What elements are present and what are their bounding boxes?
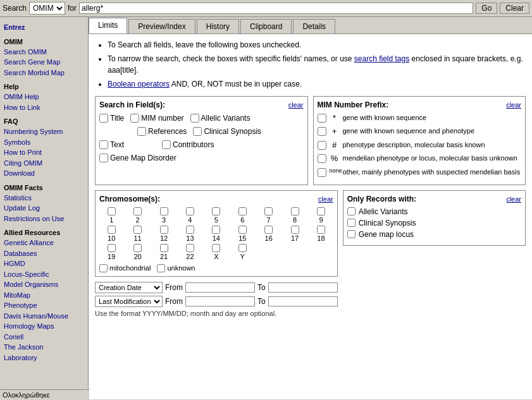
chr-22-checkbox[interactable]	[186, 244, 194, 252]
tab-preview-index[interactable]: Preview/Index	[128, 19, 195, 33]
chr-X-checkbox[interactable]	[212, 244, 220, 252]
chr-11-checkbox[interactable]	[133, 226, 142, 234]
sidebar-item-davis[interactable]: Davis Human/Mouse	[4, 311, 84, 322]
field-contributors-checkbox[interactable]	[162, 140, 171, 149]
field-clinical-synopsis-top-checkbox[interactable]	[193, 127, 202, 136]
sidebar-item-numbering-system[interactable]: Numbering System	[4, 126, 84, 137]
only-records-clinical-checkbox[interactable]	[347, 219, 356, 227]
go-button[interactable]: Go	[476, 3, 497, 14]
sidebar-item-hgmd[interactable]: HGMD	[4, 258, 84, 269]
sidebar-item-databases[interactable]: Databases	[4, 248, 84, 259]
sidebar-item-homology-maps[interactable]: Homology Maps	[4, 321, 84, 332]
sidebar-item-jackson[interactable]: The Jackson	[4, 342, 84, 353]
sidebar-item-search-morbid-map[interactable]: Search Morbid Map	[4, 68, 84, 78]
modification-date-from-input[interactable]	[185, 296, 255, 306]
mim-percent-checkbox[interactable]	[318, 154, 326, 163]
only-records-allelic-checkbox[interactable]	[347, 207, 356, 215]
boolean-operators-link[interactable]: Boolean operators	[108, 80, 170, 88]
only-records-gene-map-checkbox[interactable]	[347, 230, 356, 238]
chr-2-checkbox[interactable]	[133, 207, 142, 215]
chr-mitochondrial-checkbox[interactable]	[99, 264, 108, 272]
chromosomes-clear[interactable]: clear	[318, 195, 333, 203]
status-text: Ολοκληρώθηκε	[3, 391, 50, 399]
search-fields-clear[interactable]: clear	[288, 101, 304, 109]
chr-2: 2	[125, 207, 149, 224]
sidebar-item-download[interactable]: Download	[4, 168, 84, 179]
search-field-tags-link[interactable]: search field tags	[354, 54, 409, 63]
chr-8-checkbox[interactable]	[291, 207, 299, 215]
chr-10-checkbox[interactable]	[108, 226, 116, 234]
modification-date-select[interactable]: Creation Date Last Modification	[95, 296, 163, 307]
search-fields-header: Search in Field(s): clear	[99, 100, 304, 109]
tab-details[interactable]: Details	[293, 19, 335, 33]
sidebar-item-search-gene-map[interactable]: Search Gene Map	[4, 57, 84, 68]
chr-9-checkbox[interactable]	[317, 207, 325, 215]
sidebar-item-how-to-print[interactable]: How to Print	[4, 147, 84, 158]
field-gene-map-disorder-checkbox[interactable]	[99, 154, 108, 162]
sidebar-item-symbols[interactable]: Symbols	[4, 137, 84, 148]
tab-history[interactable]: History	[197, 19, 239, 33]
field-title-checkbox[interactable]	[99, 114, 108, 123]
chr-6-checkbox[interactable]	[238, 207, 247, 215]
field-references-checkbox[interactable]	[137, 127, 146, 136]
modification-date-to-input[interactable]	[268, 296, 338, 306]
query-input[interactable]	[79, 3, 473, 14]
chr-21-checkbox[interactable]	[160, 244, 168, 252]
sidebar-item-genetic-alliance[interactable]: Genetic Alliance	[4, 238, 84, 248]
sidebar-item-mitomap[interactable]: MitoMap	[4, 290, 84, 301]
clear-button[interactable]: Clear	[500, 3, 529, 14]
only-records-gene-map: Gene map locus	[347, 230, 521, 239]
sidebar-item-citing-omim[interactable]: Citing OMIM	[4, 158, 84, 169]
sidebar-item-model-organisms[interactable]: Model Organisms	[4, 279, 84, 290]
chr-5-checkbox[interactable]	[212, 207, 220, 215]
chr-4-checkbox[interactable]	[186, 207, 194, 215]
sidebar-item-search-omim[interactable]: Search OMIM	[4, 47, 84, 58]
chr-Y-checkbox[interactable]	[238, 244, 247, 252]
chr-17-checkbox[interactable]	[291, 226, 299, 234]
field-mim-number-checkbox[interactable]	[130, 114, 139, 123]
bottom-panels: Chromosome(s): clear 1 2 3 4 5 6 7 8	[95, 190, 526, 317]
chr-13-checkbox[interactable]	[186, 226, 194, 234]
only-records-gene-map-label: Gene map locus	[359, 230, 414, 239]
chr-16-checkbox[interactable]	[264, 226, 273, 234]
mim-star-checkbox[interactable]	[318, 114, 326, 123]
chr-20-checkbox[interactable]	[133, 244, 142, 252]
only-records-clear[interactable]: clear	[506, 195, 521, 203]
creation-date-to-input[interactable]	[268, 282, 338, 293]
creation-date-from-input[interactable]	[185, 282, 255, 293]
chr-1-checkbox[interactable]	[108, 207, 116, 215]
chr-3: 3	[152, 207, 176, 224]
tab-clipboard[interactable]: Clipboard	[240, 19, 292, 33]
sidebar-item-restrictions[interactable]: Restrictions on Use	[4, 214, 84, 224]
sidebar-item-update-log[interactable]: Update Log	[4, 203, 84, 214]
sidebar-item-phenotype[interactable]: Phenotype	[4, 300, 84, 311]
field-allelic-variants-checkbox[interactable]	[190, 114, 199, 123]
search-select[interactable]: OMIM	[29, 2, 65, 15]
mim-hash-checkbox[interactable]	[318, 141, 326, 150]
chr-18-checkbox[interactable]	[317, 226, 325, 234]
chr-unknown-checkbox[interactable]	[157, 264, 165, 272]
mim-prefix-clear[interactable]: clear	[506, 101, 521, 109]
creation-date-select[interactable]: Creation Date Last Modification	[95, 282, 163, 293]
sidebar-item-how-to-link[interactable]: How to Link	[4, 102, 84, 113]
chr-3-checkbox[interactable]	[160, 207, 168, 215]
chr-7-checkbox[interactable]	[264, 207, 273, 215]
sidebar-item-locus-specific[interactable]: Locus-Specific	[4, 269, 84, 280]
mim-none-checkbox[interactable]	[318, 168, 326, 177]
sidebar-item-laboratory[interactable]: Laboratory	[4, 353, 84, 363]
sidebar-item-entrez[interactable]: Entrez	[4, 22, 84, 33]
mim-prefix-title: MIM Number Prefix:	[318, 100, 389, 109]
chr-14-checkbox[interactable]	[212, 226, 220, 234]
tab-limits[interactable]: Limits	[89, 18, 127, 33]
mim-plus-checkbox[interactable]	[318, 127, 326, 136]
instructions: To Search all fields, leave the followin…	[95, 39, 526, 90]
chr-15-checkbox[interactable]	[238, 226, 247, 234]
sidebar-item-statistics[interactable]: Statistics	[4, 193, 84, 203]
sidebar-item-omim-help[interactable]: OMIM Help	[4, 92, 84, 102]
chr-19-checkbox[interactable]	[108, 244, 116, 252]
field-text-checkbox[interactable]	[99, 140, 108, 149]
chr-12-checkbox[interactable]	[160, 226, 168, 234]
sidebar-item-coriell[interactable]: Coriell	[4, 332, 84, 342]
mim-row-plus: + gene with known sequence and phenotype	[318, 126, 522, 136]
chr-Y: Y	[230, 244, 254, 260]
